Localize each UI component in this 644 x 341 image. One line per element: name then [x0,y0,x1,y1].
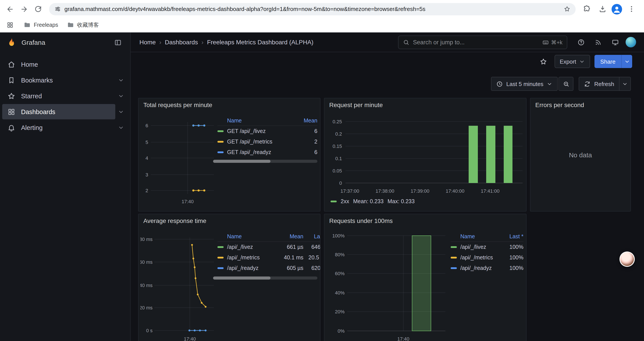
legend-col-last[interactable]: Last * [497,233,524,240]
panel-errors-per-second: Errors per second No data [530,98,631,212]
time-range-picker[interactable]: Last 5 minutes [491,77,558,91]
svg-text:0%: 0% [338,328,344,334]
svg-text:17:40: 17:40 [182,199,194,204]
chevron-down-icon [118,93,124,99]
legend-inline: 2xx Mean: 0.233 Max: 0.233 [330,198,415,204]
search-icon [403,39,410,46]
bookmark-folder-label: 收藏博客 [77,21,99,29]
requests-under-100ms-chart[interactable]: 100% 80% 60% 40% 20% 0% 17:40 [328,234,446,341]
sidebar-item-label: Dashboards [21,108,55,115]
zoom-out-time-button[interactable] [559,77,574,91]
share-button[interactable]: Share [595,55,621,68]
url-bar[interactable] [49,3,576,15]
legend-scrollbar[interactable] [213,276,318,279]
series-name[interactable]: 2xx [341,198,349,204]
average-response-time-chart[interactable]: 80 ms 60 ms 40 ms 20 ms 0 s 17:40 [140,234,216,341]
viewport: Freeleaps 收藏博客 Grafana [0,0,644,341]
bookmark-folder-label: Freeleaps [34,22,58,28]
export-button[interactable]: Export [554,55,590,68]
bar-under-100ms[interactable] [412,236,431,331]
svg-text:0.25: 0.25 [332,119,342,124]
panel-title[interactable]: Requests under 100ms [329,217,393,224]
legend-col-name[interactable]: Name [218,233,279,240]
forward-icon [20,5,28,13]
panel-title[interactable]: Errors per second [535,101,584,108]
bookmark-folder-blogs[interactable]: 收藏博客 [67,21,99,29]
help-button[interactable] [574,36,588,49]
legend-row: /api/_/readyz 605 µs 620 µs [218,263,320,273]
display-button[interactable] [608,36,622,49]
panel-title[interactable]: Total requests per minute [143,101,212,108]
news-button[interactable] [592,36,604,49]
extensions-button[interactable] [580,3,593,16]
no-data-message: No data [530,151,630,158]
url-input[interactable] [64,6,560,12]
sidebar-link-bookmarks[interactable]: Bookmarks [2,72,115,88]
reload-button[interactable] [32,3,45,16]
expand-dashboards-button[interactable] [115,106,127,117]
refresh-button[interactable]: Refresh [579,77,620,91]
downloads-button[interactable] [596,3,609,16]
legend-col-mean[interactable]: Mean [279,233,303,240]
forward-button[interactable] [18,3,31,16]
bar-2xx[interactable] [504,126,512,183]
bar-2xx[interactable] [469,126,478,183]
request-per-minute-chart[interactable]: 0.25 0.2 0.15 0.1 0.05 0 17:37:00 17:38:… [328,118,524,196]
svg-text:20 ms: 20 ms [140,305,152,310]
rss-icon [594,38,602,46]
series-swatch [218,141,224,143]
series-swatch [451,257,457,258]
search-box[interactable]: ⌘+k [398,35,567,49]
legend-row: /api/_/readyz 100% [451,263,524,273]
panel-title[interactable]: Average response time [143,217,206,224]
sidebar-link-home[interactable]: Home [2,57,127,72]
breadcrumb-dashboards[interactable]: Dashboards [165,39,198,46]
legend-col-mean[interactable]: Mean [293,118,318,124]
sidebar-link-starred[interactable]: Starred [2,88,115,104]
legend-scrollbar[interactable] [213,160,318,163]
back-button[interactable] [4,3,17,16]
share-menu-button[interactable] [621,55,632,68]
breadcrumb-separator: › [198,39,207,46]
panel-average-response-time: Average response time 80 ms 60 ms 40 ms … [138,214,320,341]
bookmarks-bar: Freeleaps 收藏博客 [0,18,644,33]
expand-starred-button[interactable] [115,90,127,102]
bookmark-folder-freeleaps[interactable]: Freeleaps [24,22,58,29]
chevron-down-icon [118,124,124,131]
bar-2xx[interactable] [486,126,496,183]
svg-text:0.1: 0.1 [335,156,342,161]
refresh-interval-button[interactable] [620,77,631,91]
sidebar-link-alerting[interactable]: Alerting [2,120,115,135]
sidebar-nav: Home Bookmarks Starred [0,52,130,135]
floating-assistant-avatar[interactable] [620,251,635,267]
help-icon [577,38,584,46]
sidebar-collapse-button[interactable] [112,36,124,49]
sidebar-item-label: Starred [21,92,42,99]
series-swatch [218,130,224,132]
bookmark-star-icon[interactable] [564,6,570,12]
scrollbar-thumb[interactable] [213,276,270,279]
expand-alerting-button[interactable] [115,122,127,133]
series-swatch [218,257,224,258]
sidebar-link-dashboards[interactable]: Dashboards [2,104,115,119]
clock-icon [496,81,503,87]
legend-col-last[interactable]: Last * [303,233,320,240]
scrollbar-thumb[interactable] [213,160,270,163]
user-avatar[interactable] [626,37,636,47]
browser-profile-avatar[interactable] [612,4,622,14]
svg-text:100%: 100% [332,234,344,238]
browser-toolbar [0,0,644,18]
browser-menu-button[interactable] [625,3,638,16]
breadcrumb-home[interactable]: Home [140,39,156,46]
apps-button[interactable] [5,20,15,30]
series-swatch [451,246,457,248]
expand-bookmarks-button[interactable] [115,74,127,86]
svg-text:3: 3 [146,172,148,178]
favorite-dashboard-button[interactable] [537,55,550,68]
panel-title[interactable]: Request per minute [329,101,383,108]
legend-col-name[interactable]: Name [218,118,293,124]
total-requests-chart[interactable]: 6 5 4 3 2 17:40 [140,114,216,208]
svg-text:17:40: 17:40 [397,336,409,341]
legend-col-name[interactable]: Name [451,233,497,240]
search-input[interactable] [413,39,539,46]
